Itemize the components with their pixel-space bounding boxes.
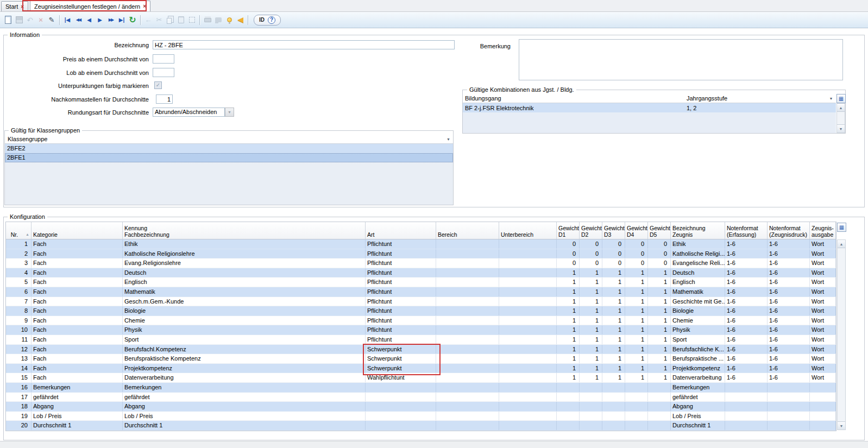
edit-icon[interactable]: ✎: [46, 15, 57, 26]
table-row[interactable]: 19Lob / PreisLob / PreisLob / Preis: [6, 412, 836, 421]
cell-gewicht-d5: 0: [648, 239, 671, 249]
table-row[interactable]: 3FachEvang.ReligionslehrePflichtunt00000…: [6, 258, 836, 268]
rundungsart-combobox[interactable]: Abrunden/Abschneiden: [153, 108, 225, 117]
navigate-back-arrow-icon[interactable]: ←: [143, 15, 154, 26]
nachkommastellen-input[interactable]: [156, 94, 173, 104]
list-item-klassengruppe[interactable]: 2BFE1: [5, 153, 453, 162]
rundungsart-dropdown-icon[interactable]: ▼: [225, 108, 234, 117]
cell-notenformat-zeugnisdruck: 1-6: [768, 345, 810, 354]
column-header-bildungsgang[interactable]: Bildungsgang: [463, 95, 685, 102]
save-icon[interactable]: [14, 15, 24, 26]
print-icon[interactable]: [202, 15, 213, 26]
column-header-art[interactable]: Art: [366, 222, 436, 239]
preis-input[interactable]: [153, 54, 174, 64]
scroll-down-icon[interactable]: ▼: [837, 124, 845, 132]
table-row[interactable]: 6FachMathematikPflichtunt11111Mathematik…: [6, 287, 836, 297]
konfiguration-scrollbar[interactable]: ▲ ▼: [837, 239, 846, 430]
scroll-down-icon[interactable]: ▼: [838, 421, 845, 430]
nav-forward-icon[interactable]: ▶: [95, 15, 105, 26]
table-row[interactable]: 13FachBerufspraktische KompetenzSchwerpu…: [6, 354, 836, 364]
table-row[interactable]: 12FachBerufsfachl.KompetenzSchwerpunkt11…: [6, 345, 836, 355]
cell-gewicht-d3: 1: [602, 345, 625, 354]
kombinationen-column-config-button[interactable]: ▦: [836, 94, 846, 103]
table-row[interactable]: 8FachBiologiePflichtunt11111Biologie1-61…: [6, 306, 836, 316]
cell-kennung: Katholische Religionslehre: [123, 249, 366, 258]
column-header-gewicht-d4[interactable]: GewichtD4: [625, 222, 648, 239]
column-header-notenformat-zeugnisdruck[interactable]: Notenformat(Zeugnisdruck): [768, 222, 810, 239]
tab-start-close-icon[interactable]: ×: [21, 4, 24, 10]
column-header-unterbereich[interactable]: Unterbereich: [499, 222, 557, 239]
lob-input[interactable]: [153, 68, 174, 77]
copy-icon[interactable]: [165, 15, 175, 26]
column-header-zeugnisausgabe[interactable]: Zeugnis-ausgabe: [810, 222, 836, 239]
list-item-klassengruppe[interactable]: 2BFE2: [5, 144, 453, 153]
bemerkung-textarea[interactable]: [519, 39, 843, 80]
header-dropdown-icon[interactable]: ▼: [446, 137, 450, 141]
megaphone-icon[interactable]: [235, 15, 246, 26]
column-header-gewicht-d2[interactable]: GewichtD2: [580, 222, 602, 239]
kombinationen-scrollbar[interactable]: ▲ ▼: [836, 103, 845, 133]
tab-zeugniseinstellungen[interactable]: Zeugniseinstellungen festlegen / ändern …: [30, 1, 150, 11]
cell-gewicht-d1: 1: [557, 364, 580, 373]
table-row[interactable]: 7FachGesch.m.Gem.-KundePflichtunt11111Ge…: [6, 297, 836, 307]
column-header-notenformat-erfassung[interactable]: Notenformat(Erfassung): [725, 222, 768, 239]
paste-special-icon[interactable]: [186, 15, 197, 26]
table-row[interactable]: 5FachEnglischPflichtunt11111Englisch1-61…: [6, 277, 836, 287]
table-row[interactable]: BF 2-j.FSR Elektrotechnik1, 2: [463, 103, 836, 112]
nav-last-icon[interactable]: ▶|: [116, 15, 127, 26]
table-row[interactable]: 2FachKatholische ReligionslehrePflichtun…: [6, 249, 836, 259]
table-row[interactable]: 9FachChemiePflichtunt11111Chemie1-61-6Wo…: [6, 316, 836, 326]
comment-icon[interactable]: [213, 15, 224, 26]
horizontal-scrollbar[interactable]: [0, 441, 868, 448]
cell-art: Pflichtunt: [366, 249, 436, 258]
lightbulb-icon[interactable]: [224, 15, 235, 26]
column-header-gewicht-d5[interactable]: GewichtD5: [648, 222, 671, 239]
column-header-klassengruppe[interactable]: Klassengruppe: [8, 136, 47, 142]
unterpunktungen-checkbox[interactable]: ✓: [154, 81, 162, 89]
column-header-bezeichnung-zeugnis[interactable]: BezeichnungZeugnis: [671, 222, 725, 239]
paste-icon[interactable]: [175, 15, 186, 26]
nav-fast-back-icon[interactable]: ◀◀: [73, 15, 84, 26]
delete-icon[interactable]: ×: [35, 15, 46, 26]
table-row[interactable]: 20Durchschnitt 1Durchschnitt 1Durchschni…: [6, 421, 836, 431]
cell-bereich: [436, 383, 499, 392]
cell-gewicht-d4: 1: [625, 287, 648, 296]
column-header-gewicht-d3[interactable]: GewichtD3: [602, 222, 625, 239]
cell-kategorie: Fach: [32, 354, 123, 363]
table-row[interactable]: 16BemerkungenBemerkungenBemerkungen: [6, 383, 836, 393]
nav-first-icon[interactable]: |◀: [62, 15, 73, 26]
table-row[interactable]: 14FachProjektkompetenzSchwerpunkt11111Pr…: [6, 364, 836, 374]
table-row[interactable]: 1FachEthikPflichtunt00000Ethik1-61-6Wort: [6, 239, 836, 249]
klassengruppen-header[interactable]: Klassengruppe ▼: [5, 135, 453, 144]
nav-back-icon[interactable]: ◀: [84, 15, 95, 26]
new-document-icon[interactable]: [3, 15, 14, 26]
scroll-up-icon[interactable]: ▲: [837, 104, 845, 112]
cell-notenformat-erfassung: 1-6: [725, 325, 768, 335]
column-header-gewicht-d1[interactable]: GewichtD1: [557, 222, 580, 239]
column-header-bereich[interactable]: Bereich: [436, 222, 499, 239]
column-header-nr[interactable]: Nr.▲: [6, 222, 32, 239]
column-header-kategorie[interactable]: Kategorie: [32, 222, 123, 239]
table-row[interactable]: 17gefährdetgefährdetgefährdet: [6, 393, 836, 402]
table-row[interactable]: 11FachSportPflichtunt11111Sport1-61-6Wor…: [6, 335, 836, 345]
tab-start[interactable]: Start ×: [1, 1, 28, 11]
cut-icon[interactable]: ✂: [154, 15, 165, 26]
refresh-icon[interactable]: ↻: [127, 15, 138, 26]
id-button[interactable]: ID: [259, 17, 265, 23]
column-header-jahrgangsstufe[interactable]: Jahrgangsstufe: [685, 95, 826, 102]
cell-notenformat-erfassung: [725, 402, 768, 411]
cell-bezeichnung-zeugnis: Lob / Preis: [671, 412, 725, 421]
cell-art: [366, 393, 436, 402]
nav-fast-forward-icon[interactable]: ▶▶: [105, 15, 116, 26]
column-header-kennung[interactable]: KennungFachbezeichnung: [123, 222, 366, 239]
tab-zeugniseinstellungen-close-icon[interactable]: ×: [143, 3, 146, 9]
undo-icon[interactable]: ↶: [24, 15, 35, 26]
scroll-up-icon[interactable]: ▲: [838, 240, 845, 248]
konfiguration-column-config-button[interactable]: ▦: [837, 223, 846, 232]
header-dropdown-icon[interactable]: ▼: [826, 97, 836, 100]
table-row[interactable]: 15FachDatenverarbeitungWahlpflichtunt111…: [6, 373, 836, 383]
help-icon[interactable]: ?: [268, 16, 275, 24]
table-row[interactable]: 18AbgangAbgangAbgang: [6, 402, 836, 412]
table-row[interactable]: 10FachPhysikPflichtunt11111Physik1-61-6W…: [6, 325, 836, 335]
table-row[interactable]: 4FachDeutschPflichtunt11111Deutsch1-61-6…: [6, 268, 836, 278]
